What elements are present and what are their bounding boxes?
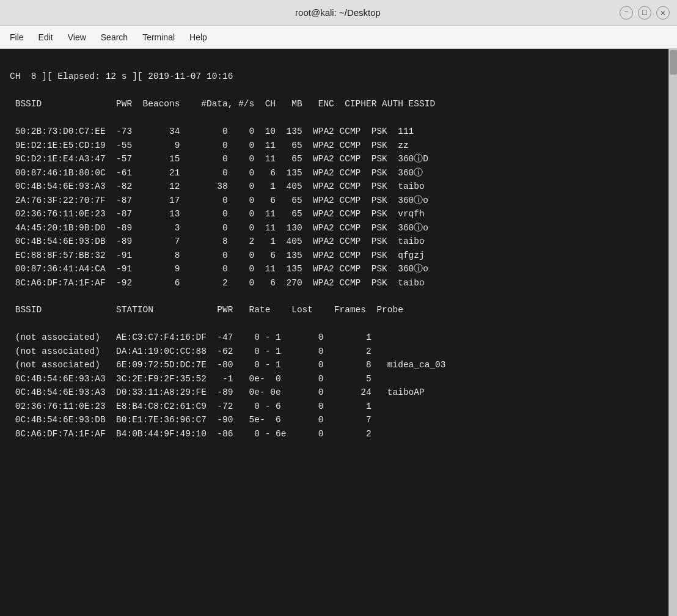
menu-view[interactable]: View bbox=[68, 32, 86, 42]
terminal-content[interactable]: CH 8 ][ Elapsed: 12 s ][ 2019-11-07 10:1… bbox=[0, 49, 668, 616]
terminal-wrapper: CH 8 ][ Elapsed: 12 s ][ 2019-11-07 10:1… bbox=[0, 49, 677, 616]
close-button[interactable]: ✕ bbox=[656, 6, 670, 20]
window-title: root@kali: ~/Desktop bbox=[56, 7, 620, 18]
menu-help[interactable]: Help bbox=[189, 32, 207, 42]
menu-terminal[interactable]: Terminal bbox=[142, 32, 175, 42]
menu-bar: File Edit View Search Terminal Help bbox=[0, 26, 677, 49]
menu-file[interactable]: File bbox=[10, 32, 24, 42]
terminal-text: CH 8 ][ Elapsed: 12 s ][ 2019-11-07 10:1… bbox=[10, 56, 659, 441]
scrollbar-thumb[interactable] bbox=[670, 50, 677, 75]
menu-edit[interactable]: Edit bbox=[38, 32, 53, 42]
window-controls: − □ ✕ bbox=[620, 6, 670, 20]
maximize-button[interactable]: □ bbox=[638, 6, 651, 20]
title-bar: root@kali: ~/Desktop − □ ✕ bbox=[0, 0, 677, 26]
scrollbar[interactable] bbox=[668, 49, 677, 616]
minimize-button[interactable]: − bbox=[620, 6, 633, 20]
menu-search[interactable]: Search bbox=[101, 32, 128, 42]
